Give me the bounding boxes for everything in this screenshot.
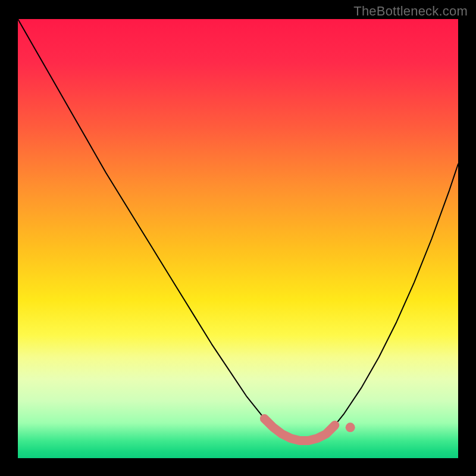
- plot-area: [18, 19, 458, 458]
- chart-frame: TheBottleneck.com: [0, 0, 476, 476]
- watermark-text: TheBottleneck.com: [353, 4, 468, 19]
- svg-point-0: [346, 422, 355, 432]
- bottleneck-curve: [18, 19, 458, 458]
